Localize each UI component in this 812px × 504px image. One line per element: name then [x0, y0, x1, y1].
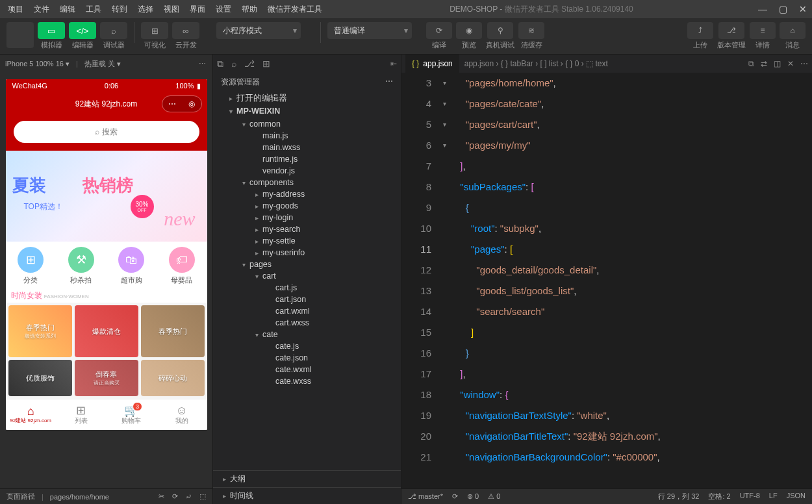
tabbar-item[interactable]: ☺我的 [157, 399, 207, 430]
explorer-more-icon[interactable]: ⋯ [385, 77, 393, 88]
tree-item[interactable]: cart.wxml [213, 305, 401, 317]
detail-button[interactable]: ≡ [750, 22, 776, 39]
device-select[interactable]: iPhone 5 100% 16 ▾ [5, 60, 70, 68]
tree-item[interactable]: main.wxss [213, 142, 401, 153]
tree-item[interactable]: cate.wxml [213, 364, 401, 375]
page-route[interactable]: pages/home/home [50, 493, 109, 501]
ext-icon[interactable]: ⊞ [262, 58, 270, 69]
tree-item[interactable]: ▸my-search [213, 223, 401, 235]
open-editors-section[interactable]: ▸打开的编辑器 [213, 92, 401, 105]
editor-tab[interactable]: { }app.json [405, 55, 459, 73]
layout-icon[interactable]: ◫ [774, 59, 781, 68]
outline-section[interactable]: ▸大纲 [213, 470, 401, 487]
category-item[interactable]: ⊞分类 [6, 247, 57, 285]
tree-item[interactable]: ▾common [213, 118, 401, 130]
product-card[interactable]: 优质服饰 [8, 360, 72, 396]
refresh-icon[interactable]: ⟳ [172, 492, 178, 501]
tree-item[interactable]: ▸my-login [213, 212, 401, 223]
tree-item[interactable]: ▾pages [213, 258, 401, 270]
tree-item[interactable]: cate.json [213, 352, 401, 364]
menu-item[interactable]: 界面 [187, 3, 208, 16]
message-button[interactable]: ⌂ [780, 22, 806, 39]
avatar[interactable] [6, 22, 34, 48]
timeline-section[interactable]: ▸时间线 [213, 487, 401, 504]
product-card[interactable]: 倒春寒请正当购买 [75, 360, 138, 396]
clouddev-button[interactable]: ∞ [172, 22, 199, 39]
realdebug-button[interactable]: ⚲ [487, 22, 513, 39]
eol-status[interactable]: LF [769, 492, 778, 501]
menu-item[interactable]: 工具 [83, 3, 104, 16]
debugger-button[interactable]: ⌕ [100, 22, 127, 39]
category-item[interactable]: 🏷母婴品 [157, 247, 207, 285]
sim-more-icon[interactable]: ⋯ [199, 60, 207, 68]
product-card[interactable]: 爆款清仓 [75, 305, 138, 357]
product-card[interactable]: 春季热门 [141, 305, 205, 357]
tree-item[interactable]: ▸my-address [213, 188, 401, 200]
preview-button[interactable]: ◉ [456, 22, 482, 39]
encoding-status[interactable]: UTF-8 [740, 492, 760, 501]
files-icon[interactable]: ⧉ [217, 58, 223, 69]
version-button[interactable]: ⎇ [718, 22, 744, 39]
sync-icon[interactable]: ⟳ [452, 492, 458, 501]
tree-item[interactable]: main.js [213, 130, 401, 142]
menu-item[interactable]: 帮助 [239, 3, 260, 16]
errors-status[interactable]: ⊗ 0 [467, 492, 479, 501]
hotreload-select[interactable]: 热重载 关 ▾ [84, 59, 121, 69]
collapse-icon[interactable]: ⇤ [390, 59, 397, 68]
menu-item[interactable]: 微信开发者工具 [265, 3, 325, 16]
tree-item[interactable]: ▸my-userinfo [213, 247, 401, 258]
project-section[interactable]: ▾MP-WEIXIN [213, 105, 401, 117]
breadcrumb[interactable]: app.json › { } tabBar › [ ] list › { } 0… [464, 59, 608, 68]
close-icon[interactable]: ✕ [799, 4, 807, 14]
maximize-icon[interactable]: ▢ [779, 4, 787, 14]
tree-item[interactable]: ▸my-goods [213, 200, 401, 212]
tree-item[interactable]: cart.js [213, 282, 401, 294]
clearcache-button[interactable]: ≋ [518, 22, 544, 39]
tree-item[interactable]: cart.json [213, 294, 401, 305]
tree-item[interactable]: ▾cart [213, 270, 401, 282]
rotate-icon[interactable]: ⤾ [186, 492, 192, 501]
tree-item[interactable]: ▸my-settle [213, 235, 401, 247]
product-card[interactable]: 春季热门极选女装系列 [8, 305, 72, 357]
tree-item[interactable]: cart.wxss [213, 317, 401, 329]
visualize-button[interactable]: ⊞ [141, 22, 168, 39]
compile-button[interactable]: ⟳ [426, 22, 452, 39]
lang-status[interactable]: JSON [787, 492, 806, 501]
capsule-menu-icon[interactable]: ⋯ [162, 96, 182, 112]
tab-close-icon[interactable]: ✕ [787, 59, 794, 68]
tabbar-item[interactable]: ⌂92建站 92jzh.com [6, 399, 57, 430]
tree-item[interactable]: ▾components [213, 177, 401, 188]
editor-more-icon[interactable]: ⋯ [800, 59, 808, 68]
tree-item[interactable]: ▾cate [213, 329, 401, 340]
menu-item[interactable]: 转到 [109, 3, 130, 16]
product-card[interactable]: 碎碎心动 [141, 360, 205, 396]
cursor-pos[interactable]: 行 29，列 32 [658, 492, 700, 501]
tree-item[interactable]: cate.js [213, 340, 401, 352]
mode-select[interactable]: 小程序模式 [216, 22, 301, 39]
minimize-icon[interactable]: — [758, 4, 767, 14]
cut-icon[interactable]: ✂ [159, 492, 164, 501]
branch-status[interactable]: ⎇ master* [408, 492, 443, 501]
code-editor[interactable]: 3456789101112131415161718192021 ▾▾ ▾ ▾ "… [401, 73, 812, 488]
spaces-status[interactable]: 空格: 2 [708, 492, 730, 501]
search-input[interactable]: ⌕ 搜索 [14, 121, 199, 143]
split-icon[interactable]: ⧉ [748, 59, 754, 68]
tabbar-item[interactable]: 🛒购物车3 [107, 399, 157, 430]
menu-item[interactable]: 项目 [5, 3, 26, 16]
menu-item[interactable]: 视图 [161, 3, 182, 16]
tree-item[interactable]: cate.wxss [213, 375, 401, 387]
menu-item[interactable]: 文件 [31, 3, 52, 16]
search-icon[interactable]: ⌕ [231, 58, 236, 69]
upload-button[interactable]: ⤴ [687, 22, 713, 39]
capsule-close-icon[interactable]: ◎ [182, 96, 201, 112]
diff-icon[interactable]: ⇄ [761, 59, 767, 68]
tree-item[interactable]: vendor.js [213, 165, 401, 177]
warnings-status[interactable]: ⚠ 0 [488, 492, 500, 501]
menu-item[interactable]: 编辑 [57, 3, 78, 16]
branch-icon[interactable]: ⎇ [244, 58, 255, 69]
menu-item[interactable]: 设置 [213, 3, 234, 16]
tabbar-item[interactable]: ⊞列表 [56, 399, 107, 430]
pop-icon[interactable]: ⬚ [199, 492, 206, 501]
compile-mode-select[interactable]: 普通编译 [327, 22, 412, 39]
editor-button[interactable]: </> [69, 22, 96, 39]
